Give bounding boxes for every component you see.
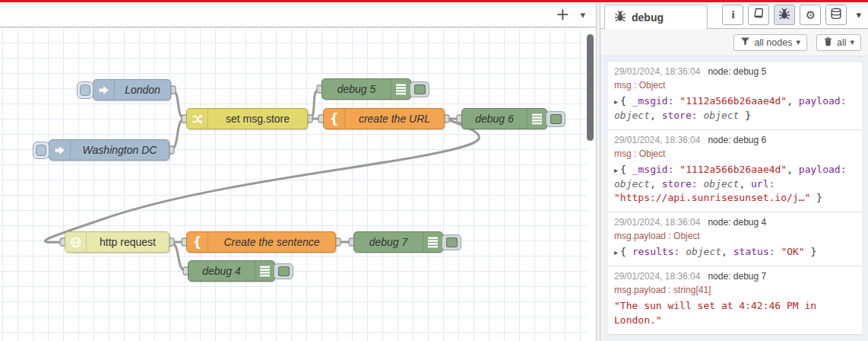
help-tab-button[interactable]: [748, 5, 769, 25]
tab-debug[interactable]: debug: [604, 5, 708, 29]
message-timestamp: 29/01/2024, 18:36:04: [614, 271, 700, 282]
expand-icon[interactable]: ▸: [614, 248, 618, 257]
expand-icon[interactable]: ▸: [614, 97, 618, 106]
node-label: set msg.store: [208, 113, 307, 125]
node-label: London: [115, 84, 170, 96]
chevron-down-icon: ▾: [850, 37, 854, 47]
message-payload: ▸{ _msgid: "1112a566b26aae4d", payload: …: [614, 163, 857, 206]
context-tab-button[interactable]: [825, 5, 847, 25]
debug-toggle-button[interactable]: [546, 111, 565, 127]
inject-button[interactable]: [33, 142, 49, 159]
shuffle-icon: [187, 109, 208, 129]
filter-nodes-button[interactable]: all nodes ▾: [733, 34, 807, 51]
workspace-header: + ▾: [0, 2, 596, 27]
debug-message: 29/01/2024, 18:36:04node: debug 4msg.pay…: [608, 212, 862, 266]
canvas-scrollbar[interactable]: [587, 34, 594, 141]
gear-icon: ⚙: [806, 8, 816, 22]
wire[interactable]: [45, 119, 479, 242]
message-property-path: msg.payload : Object: [614, 231, 857, 241]
wire[interactable]: [170, 242, 186, 271]
flow-node-create-the-sentence[interactable]: {Create the sentence: [186, 231, 336, 253]
info-icon: i: [731, 9, 734, 21]
debug-output-icon: [255, 261, 274, 281]
node-label: create the URL: [345, 113, 444, 125]
inject-button[interactable]: [77, 81, 93, 99]
message-timestamp: 29/01/2024, 18:36:04: [614, 135, 700, 145]
debug-tab-button[interactable]: [774, 5, 795, 25]
globe-icon: [65, 232, 87, 252]
debug-toggle-button[interactable]: [410, 81, 429, 97]
flow-node-http-request[interactable]: http request: [65, 231, 169, 253]
debug-message: 29/01/2024, 18:36:04node: debug 7msg.pay…: [608, 266, 862, 335]
debug-output-icon: [423, 232, 442, 252]
flow-node-debug-5[interactable]: debug 5: [322, 78, 411, 100]
tab-debug-label: debug: [632, 11, 664, 24]
message-property-path: msg : Object: [614, 148, 857, 159]
debug-toggle-button[interactable]: [442, 234, 461, 250]
message-meta: 29/01/2024, 18:36:04node: debug 5: [614, 66, 857, 77]
message-payload: "The sun will set at 4:42:46 PM in Londo…: [614, 299, 857, 328]
message-timestamp: 29/01/2024, 18:36:04: [614, 66, 700, 77]
wire[interactable]: [172, 90, 185, 119]
message-node-name: node: debug 5: [708, 66, 766, 77]
flow-node-debug-6[interactable]: debug 6: [461, 108, 547, 129]
message-property-path: msg.payload : string[41]: [614, 285, 857, 295]
chevron-down-icon: ▾: [796, 37, 800, 47]
debug-filter-row: all nodes ▾ all ▾: [600, 29, 868, 56]
wire-layer: [0, 27, 596, 340]
node-label: Create the sentence: [208, 236, 335, 248]
debug-sidebar: debug i: [600, 2, 868, 341]
debug-message: 29/01/2024, 18:36:04node: debug 6msg : O…: [608, 130, 862, 213]
wire[interactable]: [170, 119, 185, 150]
sidebar-menu-icon[interactable]: ▾: [856, 9, 861, 21]
inject-arrow-icon: [49, 140, 71, 160]
message-node-name: node: debug 6: [708, 135, 766, 145]
template-brace-icon: {: [324, 109, 345, 129]
filter-nodes-label: all nodes: [754, 37, 792, 48]
settings-tab-button[interactable]: ⚙: [800, 5, 821, 25]
flow-node-debug-7[interactable]: debug 7: [353, 231, 443, 253]
debug-output-icon: [527, 109, 546, 129]
debug-messages[interactable]: 29/01/2024, 18:36:04node: debug 5msg : O…: [600, 56, 868, 341]
inject-arrow-icon: [93, 80, 115, 100]
sidebar-tabs: debug i: [600, 2, 868, 29]
wire[interactable]: [309, 89, 320, 119]
book-icon: [752, 8, 765, 23]
message-meta: 29/01/2024, 18:36:04node: debug 6: [614, 135, 857, 145]
node-label: debug 6: [462, 113, 527, 125]
bug-icon: [778, 8, 790, 23]
flow-node-debug-4[interactable]: debug 4: [188, 260, 275, 282]
expand-icon[interactable]: ▸: [614, 166, 618, 174]
message-payload: ▸{ results: object, status: "OK" }: [614, 245, 857, 260]
message-meta: 29/01/2024, 18:36:04node: debug 7: [614, 271, 857, 282]
message-node-name: node: debug 4: [708, 217, 766, 228]
message-property-path: msg : Object: [614, 80, 857, 91]
debug-message: 29/01/2024, 18:36:04node: debug 5msg : O…: [608, 61, 862, 130]
flow-node-create-the-url[interactable]: {create the URL: [323, 108, 445, 129]
flow-node-set-msg-store[interactable]: set msg.store: [186, 108, 308, 129]
flow-workspace: + ▾ LondonWashington DCset msg.storedebu…: [0, 2, 596, 341]
flow-list-dropdown-icon[interactable]: ▾: [580, 10, 585, 20]
node-label: debug 4: [188, 265, 255, 277]
sidebar-toolbar: i: [708, 5, 868, 28]
add-flow-button[interactable]: +: [556, 6, 569, 23]
info-tab-button[interactable]: i: [722, 5, 743, 25]
flow-node-washington-dc[interactable]: Washington DC: [49, 139, 169, 161]
node-label: Washington DC: [71, 144, 169, 156]
trash-icon: [823, 37, 833, 49]
flow-node-london[interactable]: London: [93, 79, 171, 100]
node-label: debug 5: [322, 83, 391, 95]
debug-toggle-button[interactable]: [274, 263, 293, 279]
flow-canvas[interactable]: LondonWashington DCset msg.storedebug 5{…: [0, 27, 596, 341]
message-node-name: node: debug 7: [708, 271, 766, 282]
node-label: debug 7: [354, 236, 423, 248]
message-meta: 29/01/2024, 18:36:04node: debug 4: [614, 217, 857, 228]
template-brace-icon: {: [187, 232, 208, 252]
clear-messages-label: all: [837, 37, 847, 48]
message-timestamp: 29/01/2024, 18:36:04: [614, 217, 700, 228]
funnel-icon: [740, 37, 750, 49]
bug-icon: [614, 10, 626, 25]
debug-output-icon: [391, 79, 410, 99]
clear-messages-button[interactable]: all ▾: [816, 34, 861, 51]
database-icon: [830, 8, 842, 23]
